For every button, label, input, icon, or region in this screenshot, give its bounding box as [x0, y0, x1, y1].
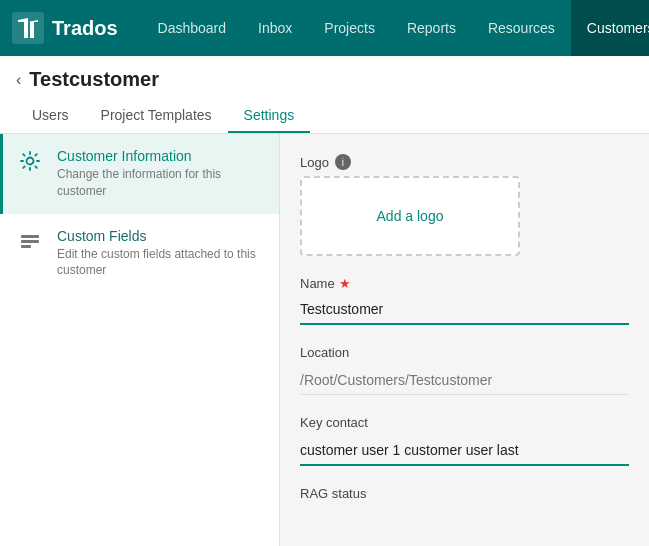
svg-rect-2 — [21, 235, 39, 238]
tab-project-templates[interactable]: Project Templates — [85, 99, 228, 133]
rag-status-field-group: RAG status — [300, 486, 629, 501]
location-label-text: Location — [300, 345, 349, 360]
svg-point-1 — [27, 158, 34, 165]
gear-icon — [19, 150, 47, 175]
name-field-group: Name ★ — [300, 276, 629, 325]
main-content: Customer Information Change the informat… — [0, 134, 649, 546]
tab-users[interactable]: Users — [16, 99, 85, 133]
key-contact-field-group: Key contact — [300, 415, 629, 466]
location-field-group: Location — [300, 345, 629, 395]
logo-label-text: Logo — [300, 155, 329, 170]
brand: Trados — [12, 12, 118, 44]
svg-rect-3 — [21, 240, 39, 243]
logo-add-text: Add a logo — [377, 208, 444, 224]
key-contact-label: Key contact — [300, 415, 629, 430]
sidebar-item-custom-fields-title: Custom Fields — [57, 228, 263, 244]
nav-reports[interactable]: Reports — [391, 0, 472, 56]
nav-resources[interactable]: Resources — [472, 0, 571, 56]
sidebar-item-customer-information[interactable]: Customer Information Change the informat… — [0, 134, 279, 214]
sidebar-item-customer-information-title: Customer Information — [57, 148, 263, 164]
name-label: Name ★ — [300, 276, 629, 291]
key-contact-input[interactable] — [300, 436, 629, 466]
name-label-text: Name — [300, 276, 335, 291]
navbar-nav: Dashboard Inbox Projects Reports Resourc… — [142, 0, 649, 56]
key-contact-label-text: Key contact — [300, 415, 368, 430]
back-button[interactable]: ‹ — [16, 71, 21, 89]
logo-upload-box[interactable]: Add a logo — [300, 176, 520, 256]
tab-settings[interactable]: Settings — [228, 99, 311, 133]
navbar: Trados Dashboard Inbox Projects Reports … — [0, 0, 649, 56]
rag-status-label: RAG status — [300, 486, 629, 501]
nav-projects[interactable]: Projects — [308, 0, 391, 56]
right-panel: Logo i Add a logo Name ★ Location — [280, 134, 649, 546]
logo-field-group: Logo i Add a logo — [300, 154, 629, 256]
rag-status-label-text: RAG status — [300, 486, 366, 501]
nav-inbox[interactable]: Inbox — [242, 0, 308, 56]
page-title: Testcustomer — [29, 68, 159, 91]
location-input[interactable] — [300, 366, 629, 395]
svg-rect-4 — [21, 245, 31, 248]
tabs: Users Project Templates Settings — [16, 99, 633, 133]
fields-icon — [19, 230, 47, 255]
name-input[interactable] — [300, 295, 629, 325]
logo-info-icon[interactable]: i — [335, 154, 351, 170]
brand-name: Trados — [52, 17, 118, 40]
breadcrumb: ‹ Testcustomer — [16, 68, 633, 91]
sidebar: Customer Information Change the informat… — [0, 134, 280, 546]
logo-label: Logo i — [300, 154, 629, 170]
sidebar-item-custom-fields[interactable]: Custom Fields Edit the custom fields att… — [0, 214, 279, 294]
sidebar-item-custom-fields-text: Custom Fields Edit the custom fields att… — [57, 228, 263, 280]
name-required-star: ★ — [339, 276, 351, 291]
nav-customers[interactable]: Customers — [571, 0, 649, 56]
brand-logo — [12, 12, 44, 44]
location-label: Location — [300, 345, 629, 360]
page-header: ‹ Testcustomer Users Project Templates S… — [0, 56, 649, 134]
sidebar-item-custom-fields-desc: Edit the custom fields attached to this … — [57, 246, 263, 280]
sidebar-item-customer-information-desc: Change the information for this customer — [57, 166, 263, 200]
sidebar-item-customer-information-text: Customer Information Change the informat… — [57, 148, 263, 200]
nav-dashboard[interactable]: Dashboard — [142, 0, 243, 56]
